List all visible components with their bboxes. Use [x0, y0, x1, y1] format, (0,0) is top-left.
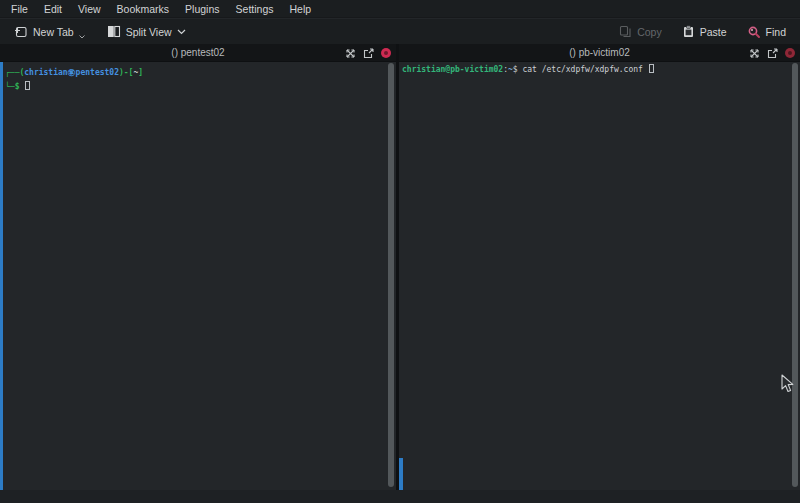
menu-bar: File Edit View Bookmarks Plugins Setting…	[0, 0, 800, 18]
close-view-icon	[788, 51, 792, 55]
menu-file[interactable]: File	[3, 0, 36, 18]
find-label: Find	[766, 26, 786, 38]
prompt-line-1: ┌──(christian㉇pentest02)-[~]	[5, 66, 143, 80]
menu-view[interactable]: View	[70, 0, 109, 18]
prompt-frame-open: ┌──(	[5, 68, 24, 77]
prompt-frame-close: ]	[138, 68, 143, 77]
konsole-window: File Edit View Bookmarks Plugins Setting…	[0, 0, 800, 503]
split-view-label: Split View	[126, 26, 172, 38]
copy-icon	[619, 25, 632, 38]
terminal-pb-victim02[interactable]: christian@pb-victim02:~$ cat /etc/xdpfw/…	[399, 62, 800, 490]
menu-plugins[interactable]: Plugins	[177, 0, 227, 18]
window-bottom-edge	[0, 490, 800, 503]
detach-view-icon[interactable]	[363, 48, 374, 59]
maximize-view-icon[interactable]	[749, 48, 760, 59]
pane-left-titlebar[interactable]: () pentest02	[0, 44, 396, 62]
split-view-icon	[107, 25, 121, 38]
menu-help[interactable]: Help	[282, 0, 320, 18]
copy-button[interactable]: Copy	[613, 22, 668, 41]
menu-settings[interactable]: Settings	[228, 0, 282, 18]
paste-button[interactable]: Paste	[676, 22, 733, 41]
menu-edit[interactable]: Edit	[36, 0, 70, 18]
terminal-pentest02[interactable]: ┌──(christian㉇pentest02)-[~] └─$	[0, 62, 396, 490]
close-view-button[interactable]	[381, 48, 391, 58]
prompt-line-2: └─$	[5, 80, 143, 94]
pane-right-titlebar[interactable]: () pb-victim02	[399, 44, 800, 62]
new-tab-button[interactable]: New Tab	[8, 22, 91, 42]
command-line: christian@pb-victim02:~$ cat /etc/xdpfw/…	[402, 63, 654, 77]
typed-command: cat /etc/xdpfw/xdpfw.conf	[518, 65, 648, 74]
paste-icon	[682, 25, 695, 38]
detach-view-icon[interactable]	[767, 48, 778, 59]
pane-left-titlebar-icons	[345, 44, 391, 62]
prompt-dollar: └─$	[5, 82, 24, 91]
pane-pb-victim02: () pb-victim02	[399, 44, 800, 503]
pane-right-title: () pb-victim02	[569, 47, 630, 58]
find-icon	[747, 25, 761, 39]
pane-right-scrollbar[interactable]	[792, 63, 798, 487]
split-container: () pentest02	[0, 44, 800, 503]
close-view-button[interactable]	[785, 48, 795, 58]
split-view-chevron-icon	[177, 29, 186, 35]
prompt-user-host: christian@pb-victim02	[402, 65, 503, 74]
pane-left-scrollbar[interactable]	[388, 63, 394, 487]
pane-right-titlebar-icons	[749, 44, 795, 62]
new-tab-icon	[14, 25, 28, 39]
main-toolbar: New Tab Split View	[0, 19, 800, 44]
split-view-button[interactable]: Split View	[101, 22, 192, 41]
terminal-cursor	[649, 64, 654, 73]
pane-left-highlight-bar	[0, 62, 3, 490]
maximize-view-icon[interactable]	[345, 48, 356, 59]
pane-pentest02: () pentest02	[0, 44, 396, 503]
pane-left-title: () pentest02	[171, 47, 224, 58]
find-button[interactable]: Find	[741, 22, 792, 42]
paste-label: Paste	[700, 26, 727, 38]
prompt-user-host: christian㉇pentest02	[24, 68, 119, 77]
copy-label: Copy	[637, 26, 662, 38]
pane-right-highlight-bar	[399, 458, 403, 490]
terminal-left-content: ┌──(christian㉇pentest02)-[~] └─$	[5, 66, 143, 94]
terminal-right-content: christian@pb-victim02:~$ cat /etc/xdpfw/…	[402, 63, 654, 77]
prompt-frame-mid: )-[	[119, 68, 133, 77]
terminal-cursor	[25, 81, 30, 90]
new-tab-label: New Tab	[33, 26, 74, 38]
close-view-icon	[384, 51, 388, 55]
new-tab-dropdown-caret	[79, 35, 85, 39]
menu-bookmarks[interactable]: Bookmarks	[109, 0, 178, 18]
